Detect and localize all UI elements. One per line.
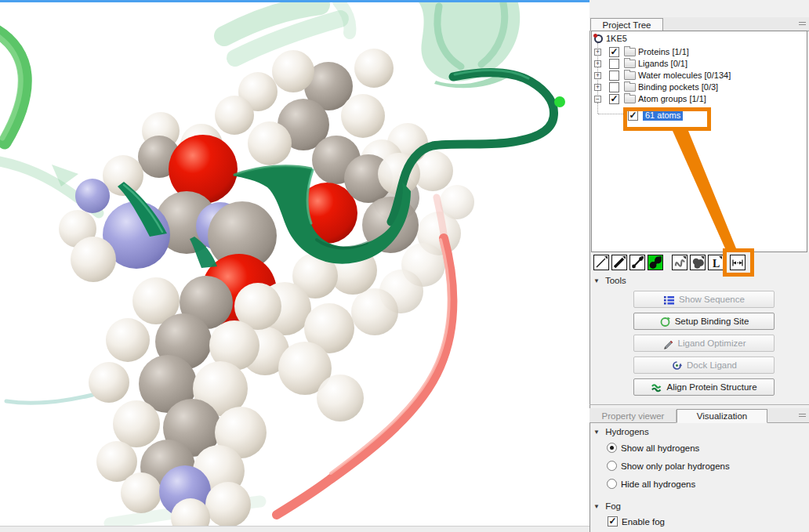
- atom-sphere: [75, 179, 110, 213]
- tree-item-atom-groups[interactable]: Atom groups [1/1]: [638, 94, 706, 103]
- align-icon: [651, 382, 662, 393]
- panel-handle-icon[interactable]: [799, 414, 806, 418]
- spacefill-atoms: [59, 49, 474, 532]
- setup-binding-site-button[interactable]: Setup Binding Site: [633, 313, 775, 330]
- annotation-box-measure-icon: [723, 248, 754, 277]
- spacefill-icon[interactable]: [648, 255, 663, 270]
- annotation-box-atom-group: [623, 107, 711, 131]
- molecule-viewport[interactable]: [0, 0, 590, 532]
- tab-visualization[interactable]: Visualization: [677, 409, 767, 423]
- atom-sphere: [272, 50, 314, 92]
- tree-guide-line: [598, 114, 626, 114]
- checkbox-water[interactable]: [609, 71, 619, 81]
- dock-icon: [671, 360, 683, 371]
- atom-sphere: [317, 375, 364, 422]
- panel-header[interactable]: Project Settings: [590, 0, 809, 18]
- tab-project-tree[interactable]: Project Tree: [590, 18, 663, 31]
- expander-atom-groups[interactable]: −: [594, 96, 601, 103]
- application-window: Project Settings Project Tree 1KE5 + ✓ P…: [0, 0, 809, 532]
- ligand-optimizer-button[interactable]: Ligand Optimizer: [633, 335, 775, 352]
- panel-divider: [590, 404, 809, 405]
- radio-label[interactable]: Hide all hydrogens: [621, 480, 695, 489]
- tree-item-pockets[interactable]: Binding pockets [0/3]: [638, 82, 718, 92]
- tools-title: Tools: [605, 276, 626, 285]
- radio-show-all-hydrogens[interactable]: [607, 443, 617, 453]
- button-label: Setup Binding Site: [675, 317, 749, 326]
- atom-sphere: [113, 400, 160, 447]
- button-label: Show Sequence: [679, 295, 745, 304]
- fog-section-header[interactable]: ▼ Fog: [593, 501, 621, 511]
- tree-item-proteins[interactable]: Proteins [1/1]: [638, 47, 689, 56]
- expander-water[interactable]: +: [594, 72, 601, 79]
- atom-sphere: [248, 121, 292, 165]
- atom-sphere: [351, 288, 398, 335]
- checkbox-label[interactable]: Enable fog: [622, 517, 665, 527]
- show-sequence-button[interactable]: Show Sequence: [633, 291, 775, 308]
- tree-root-label[interactable]: 1KE5: [606, 34, 627, 43]
- checkbox-proteins[interactable]: ✓: [609, 47, 619, 57]
- folder-icon: [624, 48, 636, 56]
- folder-icon: [624, 71, 636, 80]
- radio-hide-all-hydrogens[interactable]: [607, 479, 617, 489]
- bottom-tab-bar: Property viewer Visualization: [590, 408, 809, 423]
- tree-guide-line: [597, 103, 598, 114]
- atom-sphere: [71, 237, 116, 282]
- radio-label[interactable]: Show only polar hydrogens: [621, 461, 730, 471]
- dock-ligand-button[interactable]: Dock Ligand: [633, 356, 775, 374]
- tree-item-ligands[interactable]: Ligands [0/1]: [638, 59, 687, 68]
- backbone-icon[interactable]: [672, 255, 687, 270]
- checkbox-pockets[interactable]: [609, 82, 619, 92]
- align-protein-structure-button[interactable]: Align Protein Structure: [633, 378, 775, 396]
- folder-icon: [624, 60, 636, 68]
- button-label: Align Protein Structure: [666, 382, 756, 392]
- checkbox-enable-fog[interactable]: ✓: [608, 516, 618, 527]
- panel-handle-icon[interactable]: [799, 22, 806, 26]
- folder-icon: [624, 83, 636, 92]
- wireframe-icon[interactable]: [593, 255, 609, 270]
- expander-proteins[interactable]: +: [594, 49, 601, 56]
- atom-sphere: [341, 94, 385, 138]
- structure-project-icon: [594, 34, 603, 43]
- radio-label[interactable]: Show all hydrogens: [621, 443, 699, 453]
- ball-and-stick-icon[interactable]: [629, 255, 645, 270]
- atom-sphere: [121, 472, 161, 513]
- chevron-down-icon: ▼: [593, 503, 600, 510]
- labels-icon[interactable]: L: [708, 255, 724, 270]
- hydrogens-section-header[interactable]: ▼ Hydrogens: [593, 427, 649, 436]
- stick-icon[interactable]: [611, 255, 627, 270]
- atom-sphere: [354, 49, 394, 88]
- surface-icon[interactable]: [690, 255, 706, 270]
- tree-tab-bar: Project Tree: [590, 17, 809, 31]
- viewer-bottom-edge: [0, 526, 590, 532]
- tab-property-viewer[interactable]: Property viewer: [590, 410, 677, 423]
- atom-sphere: [205, 482, 251, 527]
- hydrogens-title: Hydrogens: [605, 427, 649, 436]
- viewer-focus-line: [0, 0, 590, 2]
- sequence-icon: [663, 294, 675, 306]
- button-label: Dock Ligand: [687, 360, 737, 370]
- chevron-down-icon: ▼: [593, 277, 600, 284]
- svg-text:L: L: [713, 258, 720, 270]
- binding-site-icon: [659, 316, 671, 328]
- atom-sphere: [215, 96, 254, 135]
- folder-icon: [624, 95, 636, 103]
- checkbox-atom-groups[interactable]: ✓: [609, 94, 619, 104]
- radio-show-only-polar-hydrogens[interactable]: [607, 461, 617, 471]
- expander-ligands[interactable]: +: [594, 60, 601, 67]
- chevron-down-icon: ▼: [593, 429, 600, 436]
- fog-title: Fog: [605, 501, 621, 511]
- atom-sphere: [89, 362, 129, 403]
- tools-section-header[interactable]: ▼ Tools: [593, 276, 626, 285]
- tree-item-water[interactable]: Water molecules [0/134]: [638, 71, 731, 80]
- checkbox-ligands[interactable]: [609, 59, 619, 69]
- atom-sphere: [106, 318, 150, 362]
- button-label: Ligand Optimizer: [678, 338, 746, 348]
- expander-pockets[interactable]: +: [594, 84, 601, 91]
- optimizer-icon: [662, 338, 674, 349]
